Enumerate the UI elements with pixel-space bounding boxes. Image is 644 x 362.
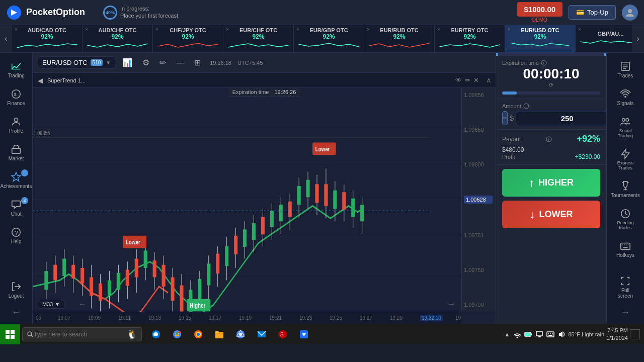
taskbar-red-icon[interactable]: S [273,324,293,344]
chart-nav-right[interactable]: → [447,300,455,309]
sidebar-item-express-trades[interactable]: Express Trades [611,144,639,174]
sidebar-item-pending-trades[interactable]: Pending trades [611,204,639,234]
higher-label: HIGHER [538,177,574,188]
sidebar-item-chat[interactable]: Chat 4 [2,195,30,221]
sidebar-item-signals[interactable]: Signals [611,84,639,110]
price-scale-4: 1.09700 [464,302,494,308]
ticker-close-7[interactable]: × [508,27,511,32]
ticker-close-5[interactable]: × [367,27,370,32]
sidebar-item-logout[interactable]: Logout [2,277,30,303]
chart-nav-left[interactable]: ← [78,300,86,309]
ticker-item-3[interactable]: × EUR/CHF OTC 92% [223,25,294,53]
ticker-close-3[interactable]: × [226,27,229,32]
sidebar-item-trades[interactable]: Trades [611,57,639,82]
sidebar-item-finance[interactable]: $ Finance [2,84,30,110]
header: PocketOption 40% In progress: Place your… [0,0,644,25]
ticker-close-2[interactable]: × [155,27,158,32]
ticker-item-7[interactable]: × EUR/USD OTC 92% [505,25,576,53]
indicator-collapse-btn[interactable]: ◀ [38,76,43,84]
svg-point-140 [516,336,518,338]
symbol-select[interactable]: EUR/USD OTC 510 ▼ [38,56,115,69]
taskbar-explorer-icon[interactable] [209,324,229,344]
ticker-pair-4: EUR/GBP OTC [309,27,348,33]
amount-minus-button[interactable]: − [502,111,508,125]
taskbar-edge-icon[interactable] [146,324,166,344]
grid-btn[interactable]: ⊞ [191,56,204,69]
indicator-edit-btn[interactable]: ✏ [465,76,470,84]
taskbar-chrome-icon[interactable] [167,324,187,344]
svg-rect-73 [297,186,301,205]
price-scale-2: 1.09800 [464,161,494,167]
profit-amount: $480.00 [502,146,524,153]
ticker-item-2[interactable]: × CHF/JPY OTC 92% [153,25,223,53]
time-label-4: 19:13 [148,315,161,321]
candlestick-chart-btn[interactable]: 📊 [119,56,135,69]
taskbar-firefox-icon[interactable] [188,324,208,344]
expiry-sub-row: ⟳ [502,82,600,88]
taskbar-chrome2-icon[interactable] [230,324,251,344]
taskbar-blue-icon[interactable] [294,324,314,344]
line-tool-btn[interactable]: — [173,56,187,69]
svg-point-109 [622,119,625,122]
ticker-pair-8: GBP/AU... [598,31,624,37]
ticker-pair-5: EUR/RUB OTC [380,27,418,33]
logo-icon [6,5,22,21]
sidebar-item-profile[interactable]: Profile [2,112,30,138]
chart-canvas[interactable]: 1.09856 1.09850 1.09800 1.00628 1.09751 … [33,88,496,324]
ticker-item-1[interactable]: × AUD/CHF OTC 92% [83,25,153,53]
action-center-button[interactable] [630,329,640,339]
search-input[interactable] [34,331,124,338]
sidebar-item-hotkeys[interactable]: Hotkeys [611,236,639,262]
ticker-item-6[interactable]: × EUR/TRY OTC 92% [435,25,505,53]
ticker-item-4[interactable]: × EUR/GBP OTC 92% [294,25,364,53]
taskbar-search-box[interactable]: 🐧 [22,327,142,341]
sidebar-item-trading[interactable]: Trading [2,57,30,82]
ticker-close-1[interactable]: × [85,27,88,32]
svg-rect-81 [333,191,337,209]
ticker-close-0[interactable]: × [15,27,18,32]
sidebar-label-market: Market [9,156,24,161]
sidebar-item-market[interactable]: Market [2,140,30,165]
ticker-item-0[interactable]: × AUD/CAD OTC 92% [12,25,83,53]
ticker-close-4[interactable]: × [296,27,299,32]
start-button[interactable] [0,324,20,344]
demo-label: DEMO [532,17,547,23]
sidebar-item-fullscreen[interactable]: Full screen [611,272,639,303]
lower-button[interactable]: ↓ LOWER [502,201,600,228]
price-scale-current-wrap: 1.00628 [464,196,494,204]
indicator-close-btn[interactable]: ✕ [473,76,479,84]
avatar[interactable] [622,5,638,21]
balance-button[interactable]: $1000.00 [517,2,563,17]
topup-button[interactable]: 💳 Top-Up [569,5,616,20]
sidebar-item-achievements[interactable]: Achievements [2,167,30,193]
sidebar-item-tournaments[interactable]: Tournaments [611,176,639,202]
candle-group [33,168,430,324]
right-sidebar-arrow[interactable]: → [611,305,639,320]
sidebar-item-social-trading[interactable]: Social Trading [611,112,639,142]
sys-tray-arrow[interactable]: ▲ [505,331,510,337]
svg-rect-104 [621,62,630,71]
ticker-item-5[interactable]: × EUR/RUB OTC 92% [364,25,435,53]
svg-rect-79 [324,184,328,206]
sidebar-arrow-left[interactable]: ← [2,305,30,320]
price-scale-3: 1.09750 [464,267,494,273]
ticker-close-6[interactable]: × [437,27,440,32]
ticker-chart-7 [509,40,571,50]
amount-input-field[interactable] [516,112,618,125]
indicator-name: SuperTrend 1... [47,77,86,83]
taskbar-mail-icon[interactable] [252,324,272,344]
svg-text:$: $ [14,92,16,97]
higher-button[interactable]: ↑ HIGHER [502,169,600,197]
indicator-visible-btn[interactable]: 👁 [455,76,462,84]
sidebar-label-signals: Signals [617,101,634,106]
ticker-close-8[interactable]: × [578,27,581,32]
ticker-nav-right[interactable]: › [632,25,644,53]
timeframe-label: M33 [42,301,53,307]
timeframe-button[interactable]: M33 ▼ [38,300,64,309]
ticker-item-8[interactable]: × GBP/AU... [576,25,632,53]
ticker-nav-left[interactable]: ‹ [0,25,12,53]
ticker-pct-6: 92% [463,33,475,40]
draw-tool-btn[interactable]: ✏ [156,56,169,69]
chart-settings-btn[interactable]: ⚙ [139,56,152,69]
sidebar-item-help[interactable]: ? Help [2,223,30,248]
